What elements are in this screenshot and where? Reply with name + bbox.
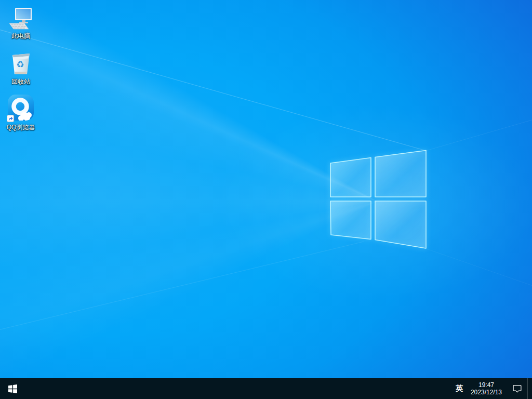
icon-label-this-pc: 此电脑 — [11, 32, 30, 39]
light-rays — [0, 0, 532, 399]
clock-date: 2023/12/13 — [471, 389, 502, 396]
clock-time: 19:47 — [478, 381, 494, 389]
icon-label-qq-browser: QQ浏览器 — [7, 124, 35, 131]
action-center-icon — [512, 384, 522, 393]
desktop-icon-qq-browser[interactable]: QQ浏览器 — [1, 95, 41, 131]
desktop-icon-this-pc[interactable]: 此电脑 — [1, 4, 41, 39]
taskbar-clock[interactable]: 19:47 2023/12/13 — [468, 378, 507, 399]
icon-label-recycle-bin: 回收站 — [11, 78, 30, 85]
wallpaper — [0, 0, 532, 399]
recycle-bin-icon: ♻ — [9, 49, 33, 76]
windows-start-icon — [8, 384, 17, 393]
show-desktop-button[interactable] — [527, 378, 532, 399]
qq-browser-icon — [7, 95, 35, 122]
desktop-icon-column: 此电脑 ♻ 回收站 — [1, 4, 41, 141]
taskbar: 英 19:47 2023/12/13 — [0, 378, 532, 399]
windows-logo — [326, 147, 430, 254]
ime-indicator[interactable]: 英 — [450, 378, 468, 399]
computer-monitor-icon — [8, 4, 33, 31]
shortcut-arrow-icon — [7, 115, 14, 122]
desktop-screen: 此电脑 ♻ 回收站 — [0, 0, 532, 399]
system-tray: 英 19:47 2023/12/13 — [450, 378, 532, 399]
action-center-button[interactable] — [507, 378, 527, 399]
svg-text:♻: ♻ — [16, 59, 24, 70]
start-button[interactable] — [0, 378, 25, 399]
desktop-icon-recycle-bin[interactable]: ♻ 回收站 — [1, 49, 41, 85]
